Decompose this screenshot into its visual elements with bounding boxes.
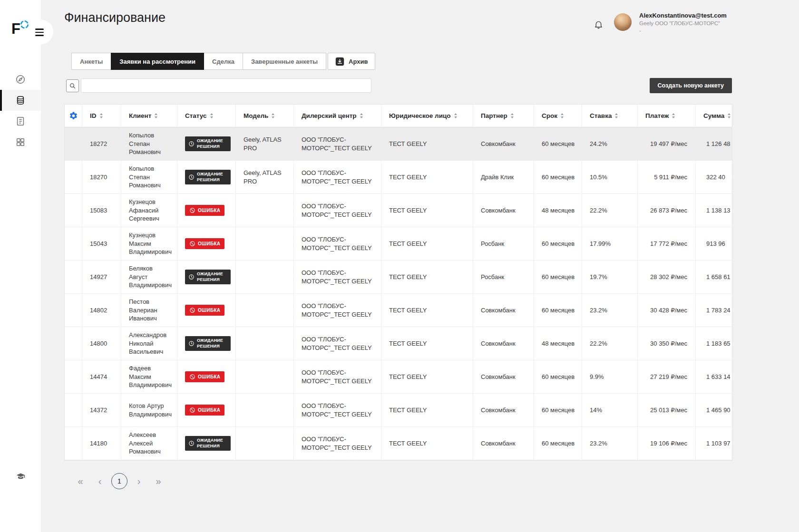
page-title: Финансирование: [64, 10, 166, 25]
row-sum: 1 658 61: [696, 261, 732, 294]
compass-icon: [15, 74, 26, 85]
table-row[interactable]: 15083Кузнецов Афанасий СергеевичОШИБКАОО…: [65, 194, 732, 227]
table-row[interactable]: 15043Кузнецов Максим ВладимировичОШИБКАО…: [65, 227, 732, 261]
sidebar-item-documents[interactable]: [0, 111, 41, 132]
row-dealer: ООО "ГЛОБУС-МОТОРС"_ТЕСТ GEELY: [294, 194, 381, 227]
row-term: 60 месяцев: [534, 427, 582, 460]
sidebar-item-apps[interactable]: [0, 132, 41, 153]
tab-4[interactable]: Завершенные анкеты: [243, 53, 326, 70]
column-header-payment[interactable]: Платеж: [638, 105, 696, 127]
pagination-next-button[interactable]: ›: [131, 473, 147, 489]
row-payment: 17 772 ₽/мес: [638, 227, 696, 261]
status-badge: ОЖИДАНИЕ РЕШЕНИЯ: [185, 436, 231, 451]
waiting-icon: [188, 340, 195, 347]
column-label: Дилерский центр: [302, 112, 357, 119]
row-settings-cell: [65, 360, 82, 394]
row-rate: 24.2%: [582, 127, 638, 161]
tab-1[interactable]: Анкеты: [71, 53, 111, 70]
column-header-legal[interactable]: Юридическое лицо: [381, 105, 473, 127]
row-dealer: ООО "ГЛОБУС-МОТОРС"_ТЕСТ GEELY: [294, 161, 381, 194]
row-status: ОЖИДАНИЕ РЕШЕНИЯ: [177, 261, 236, 294]
row-settings-cell: [65, 194, 82, 227]
sort-icon[interactable]: [155, 113, 157, 118]
search-button[interactable]: [66, 79, 79, 92]
pagination-prev-button[interactable]: ‹: [92, 473, 108, 489]
sort-icon[interactable]: [728, 113, 731, 118]
status-label: ОЖИДАНИЕ РЕШЕНИЯ: [197, 438, 227, 449]
row-rate: 19.7%: [582, 261, 638, 294]
table-row[interactable]: 14372Котов Артур ВладимировичОШИБКАООО "…: [65, 394, 732, 427]
row-id: 14802: [82, 294, 121, 327]
table-row[interactable]: 14927Беляков Август ВладимировичОЖИДАНИЕ…: [65, 261, 732, 294]
tab-3[interactable]: Сделка: [204, 53, 243, 70]
sort-icon[interactable]: [672, 113, 675, 118]
table-body: 18272Копылов Степан РомановичОЖИДАНИЕ РЕ…: [65, 127, 732, 460]
sort-icon[interactable]: [454, 113, 457, 118]
row-settings-cell: [65, 394, 82, 427]
row-sum: 1 183 65: [696, 327, 732, 360]
column-header-status[interactable]: Статус: [177, 105, 236, 127]
sort-icon[interactable]: [561, 113, 564, 118]
table-row[interactable]: 18272Копылов Степан РомановичОЖИДАНИЕ РЕ…: [65, 127, 732, 161]
table-row[interactable]: 14800Александров Николай ВасильевичОЖИДА…: [65, 327, 732, 360]
column-header-partner[interactable]: Партнер: [473, 105, 534, 127]
column-header-sum[interactable]: Сумма: [696, 105, 732, 127]
gear-icon: [69, 111, 78, 120]
row-payment: 30 350 ₽/мес: [638, 327, 696, 360]
create-application-button[interactable]: Создать новую анкету: [650, 78, 732, 93]
menu-toggle-button[interactable]: [35, 27, 47, 38]
sort-icon[interactable]: [615, 113, 618, 118]
row-dealer: ООО "ГЛОБУС-МОТОРС"_ТЕСТ GEELY: [294, 394, 381, 427]
tab-2[interactable]: Заявки на рассмотрении: [111, 53, 204, 70]
row-model: Geely, ATLAS PRO: [236, 161, 294, 194]
column-header-model[interactable]: Модель: [236, 105, 294, 127]
table-settings-button[interactable]: [65, 105, 82, 127]
column-header-rate[interactable]: Ставка: [582, 105, 638, 127]
sort-icon[interactable]: [100, 113, 103, 118]
column-header-term[interactable]: Срок: [534, 105, 582, 127]
column-header-client[interactable]: Клиент: [121, 105, 177, 127]
row-sum: 1 465 90: [696, 394, 732, 427]
sidebar-item-education[interactable]: [16, 472, 25, 483]
search-input[interactable]: [81, 78, 371, 93]
graduation-cap-icon: [16, 472, 25, 481]
status-badge: ОЖИДАНИЕ РЕШЕНИЯ: [185, 136, 231, 151]
row-partner: Совкомбанк: [473, 194, 534, 227]
sort-icon[interactable]: [272, 113, 274, 118]
row-client: Алексеев Алексей Романович: [121, 427, 177, 460]
table-row[interactable]: 14802Пестов Валериан ИвановичОШИБКАООО "…: [65, 294, 732, 327]
row-legal: ТЕСТ GEELY: [381, 161, 473, 194]
error-icon: [189, 241, 195, 247]
sidebar-item-dashboard[interactable]: [0, 69, 41, 90]
column-header-dealer[interactable]: Дилерский центр: [294, 105, 381, 127]
sort-icon[interactable]: [511, 113, 514, 118]
column-label: Модель: [244, 112, 268, 119]
pagination-first-button[interactable]: «: [72, 473, 88, 489]
table-row[interactable]: 18270Копылов Степан РомановичОЖИДАНИЕ РЕ…: [65, 161, 732, 194]
table-row[interactable]: 14180Алексеев Алексей РомановичОЖИДАНИЕ …: [65, 427, 732, 460]
row-model: [236, 294, 294, 327]
archive-button[interactable]: Архив: [328, 53, 375, 70]
status-badge: ОШИБКА: [185, 371, 224, 383]
column-label: Срок: [542, 112, 557, 119]
hamburger-icon: [35, 29, 47, 36]
sort-icon[interactable]: [360, 113, 363, 118]
status-label: ОШИБКА: [198, 307, 220, 314]
row-rate: 9.9%: [582, 360, 638, 394]
sort-icon[interactable]: [210, 113, 213, 118]
sidebar-item-financing[interactable]: [0, 90, 41, 111]
column-header-id[interactable]: ID: [82, 105, 121, 127]
avatar[interactable]: [614, 13, 632, 31]
row-term: 48 месяцев: [534, 194, 582, 227]
row-client: Копылов Степан Романович: [121, 127, 177, 161]
notifications-button[interactable]: [592, 19, 604, 31]
row-sum: 322 40: [696, 161, 732, 194]
row-payment: 19 497 ₽/мес: [638, 127, 696, 161]
pagination-page-button[interactable]: 1: [111, 473, 127, 489]
pagination-last-button[interactable]: »: [150, 473, 166, 489]
row-payment: 25 013 ₽/мес: [638, 394, 696, 427]
row-rate: 14%: [582, 394, 638, 427]
table-row[interactable]: 14474Фадеев Максим ВладимировичОШИБКАООО…: [65, 360, 732, 394]
row-partner: Росбанк: [473, 261, 534, 294]
row-sum: 1 103 97: [696, 427, 732, 460]
